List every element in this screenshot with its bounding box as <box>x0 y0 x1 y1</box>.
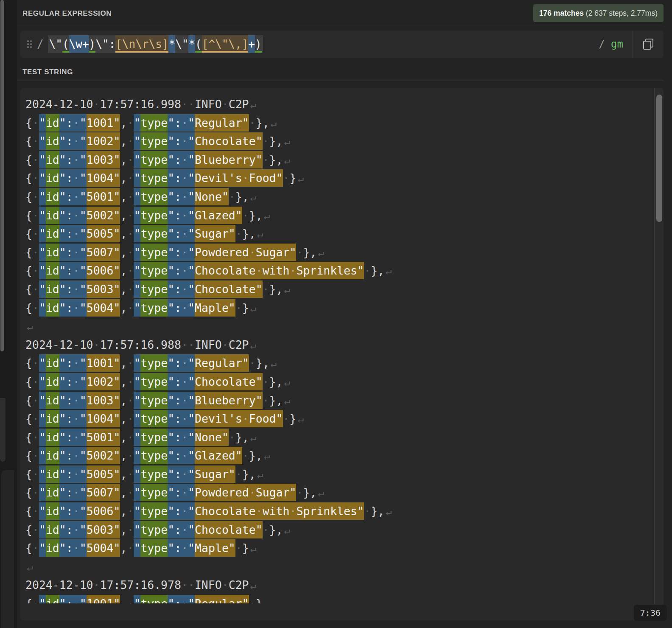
group2-highlight: 5002" <box>87 447 120 464</box>
group2-highlight: 1001" <box>87 114 120 132</box>
group2-highlight: 1004" <box>87 410 120 427</box>
regex-token: \w+ <box>69 35 89 53</box>
group2-highlight: Regular" <box>195 595 249 603</box>
group1-highlight: id <box>46 595 59 603</box>
test-string-line: {·"id":·"5005",·"type":·"Sugar"·},↵ <box>25 224 654 243</box>
group2-highlight: Chocolate·with·Sprinkles" <box>195 262 364 279</box>
match-highlight: " <box>134 410 140 427</box>
group2-highlight: Chocolate" <box>195 132 263 150</box>
group1-highlight: type <box>140 114 168 132</box>
group2-highlight: 5004" <box>87 539 120 557</box>
test-string-line: 2024-12-10·17:57:16.998··INFO·C2P↵ <box>25 95 654 114</box>
test-string-line: {·"id":·"5004",·"type":·"Maple"·}↵ <box>25 299 654 317</box>
match-highlight: ":·" <box>59 354 87 372</box>
group1-highlight: id <box>46 188 59 205</box>
match-highlight: ":·" <box>168 502 195 520</box>
group1-highlight: id <box>46 410 59 427</box>
window-scrollbar-thumb[interactable] <box>0 0 4 351</box>
group1-highlight: type <box>140 151 168 168</box>
newline-icon: ↵ <box>25 321 33 333</box>
match-highlight: " <box>134 114 140 132</box>
newline-icon: ↵ <box>283 524 290 536</box>
newline-icon: ↵ <box>269 598 277 603</box>
match-count-text: 176 matches <box>539 9 584 17</box>
group1-highlight: type <box>140 280 168 298</box>
match-highlight: " <box>39 169 46 187</box>
group1-highlight: type <box>140 447 168 464</box>
header-divider <box>17 24 664 24</box>
group2-highlight: Blueberry" <box>195 151 263 168</box>
match-highlight: " <box>39 354 46 372</box>
newline-icon: ↵ <box>25 561 33 573</box>
match-highlight: " <box>134 392 140 409</box>
match-highlight: ":·" <box>168 244 195 261</box>
match-highlight: " <box>134 299 140 317</box>
test-string-line: {·"id":·"1002",·"type":·"Chocolate"·},↵ <box>25 373 654 391</box>
match-highlight: ":·" <box>59 502 87 520</box>
match-highlight: ":·" <box>59 429 87 446</box>
newline-icon: ↵ <box>283 284 290 296</box>
test-string-line: ↵ <box>25 558 654 576</box>
regex-flags[interactable]: / gm <box>599 38 623 50</box>
regex-pattern-text[interactable]: \"(\w+)\":[\n\r\s]*\"*([^\"\,]+) <box>48 38 263 50</box>
test-string-editor[interactable]: 2024-12-10·17:57:16.998··INFO·C2P↵{·"id"… <box>20 88 654 603</box>
match-highlight: ":·" <box>168 262 195 279</box>
regex-token: ( <box>62 38 69 53</box>
match-highlight: " <box>39 262 46 279</box>
cursor-position-badge: 7:36 <box>634 605 667 621</box>
group2-highlight: None" <box>195 188 229 205</box>
match-highlight: ":·" <box>168 169 195 187</box>
group2-highlight: 1001" <box>87 595 120 603</box>
regex-token: [^\"\,] <box>202 35 249 53</box>
test-string-line: 2024-12-10·17:57:16.978··INFO·C2P↵ <box>25 576 654 594</box>
group1-highlight: id <box>46 484 59 501</box>
match-highlight: ":·" <box>168 595 195 603</box>
copy-regex-button[interactable] <box>633 31 664 58</box>
group2-highlight: 1003" <box>87 392 120 409</box>
test-string-scrollbar-thumb[interactable] <box>656 95 662 222</box>
match-highlight: " <box>39 151 46 168</box>
newline-icon: ↵ <box>249 303 256 314</box>
newline-icon: ↵ <box>249 432 256 444</box>
regex-token: \" <box>175 38 188 50</box>
match-highlight: " <box>39 244 46 261</box>
drag-handle-icon[interactable] <box>27 40 32 48</box>
match-highlight: ":·" <box>168 373 195 390</box>
match-highlight: " <box>39 465 46 483</box>
group1-highlight: id <box>46 521 59 538</box>
group2-highlight: 5003" <box>87 521 120 538</box>
group1-highlight: type <box>140 225 168 242</box>
group1-highlight: id <box>46 299 59 317</box>
group1-highlight: type <box>140 392 168 409</box>
match-highlight: " <box>134 484 140 501</box>
match-highlight: " <box>39 299 46 317</box>
match-highlight: ":·" <box>168 114 195 132</box>
match-highlight: " <box>134 429 140 446</box>
newline-icon: ↵ <box>269 118 277 129</box>
newline-icon: ↵ <box>249 99 256 111</box>
match-highlight: " <box>39 188 46 205</box>
match-highlight: " <box>134 539 140 557</box>
regex-input[interactable]: / \"(\w+)\":[\n\r\s]*\"*([^\"\,]+) / gm <box>20 31 664 58</box>
group1-highlight: id <box>46 207 59 224</box>
match-highlight: ":·" <box>59 207 87 224</box>
match-highlight: ":·" <box>59 244 87 261</box>
match-highlight: " <box>134 244 140 261</box>
group2-highlight: 5004" <box>87 299 120 317</box>
copy-icon <box>643 39 653 50</box>
match-highlight: ":·" <box>59 373 87 390</box>
group2-highlight: Maple" <box>195 299 235 317</box>
newline-icon: ↵ <box>384 265 392 277</box>
test-string-line: {·"id":·"1003",·"type":·"Blueberry"·},↵ <box>25 391 654 410</box>
test-string-scrollbar-track[interactable] <box>654 88 664 620</box>
group1-highlight: type <box>140 465 168 483</box>
match-highlight: " <box>39 595 46 603</box>
regex-token: ( <box>195 38 202 53</box>
newline-icon: ↵ <box>263 210 270 222</box>
match-highlight: " <box>134 447 140 464</box>
regex-open-delimiter: / <box>37 38 44 50</box>
match-highlight: ":·" <box>168 429 195 446</box>
regex-token: ) <box>89 38 96 53</box>
group2-highlight: 1003" <box>87 151 120 168</box>
match-steps-text: (2 637 steps, 2.77ms) <box>584 9 658 17</box>
